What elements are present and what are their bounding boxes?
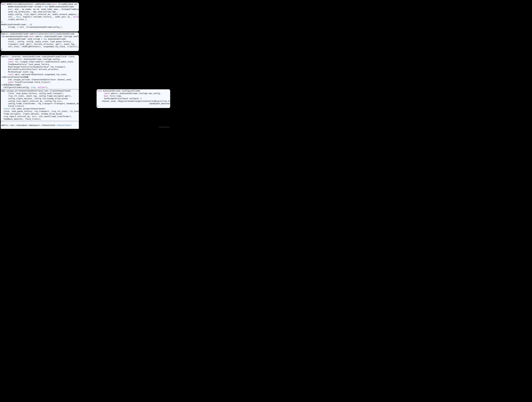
code-token: //由CreateChannelSend创建 xyxy=(1,76,29,78)
code-token: WebRtcAudioSendStream( xyxy=(48,6,74,8)
code-token: WebRtcVoiceMediaChannel::AddSendStream( xyxy=(6,3,51,5)
code-token xyxy=(1,58,8,60)
code-token: AudioSendStream xyxy=(57,33,74,35)
code-token: config.rtcp_report_interval_ms, config.r… xyxy=(1,100,63,102)
code-token: rtcp_rtt_stats, event_log, config.frame_… xyxy=(1,95,72,97)
code-token xyxy=(97,95,104,97)
code-token: webrtc::AudioSendStream::Config& new_con… xyxy=(110,92,161,94)
code-token: frame_encryptor, crypto_options, extmap_… xyxy=(1,113,63,115)
code-token: field_trials){ xyxy=(1,105,24,107)
code-token: WebRtcAudioSendStream(...){ xyxy=(1,23,32,26)
code-token: //这里启动pacing接入 xyxy=(1,84,22,86)
code-token: feedback_observer, field_trials); xyxy=(1,118,41,120)
code-token: crypto_options_); xyxy=(1,18,27,20)
code-box-configure-stream: void AudioSendStream::ConfigureStream( c… xyxy=(96,89,170,108)
code-box-add-send-stream: bool WebRtcVoiceMediaChannel::AddSendStr… xyxy=(0,2,79,32)
code-token: :: xyxy=(48,33,50,35)
code-token: const xyxy=(8,73,14,76)
code-token: rtc::scoped_refptr<webrtc::AudioState>& … xyxy=(14,61,74,63)
code-token: TaskQueueFactory* task_queue_factory, xyxy=(1,63,50,65)
code-token: return xyxy=(4,108,10,110)
code-token: webrtc::AudioSendStream::Config& config, xyxy=(14,58,61,60)
code-token: transport_send_.get(), bitrate_allocator… xyxy=(1,43,76,45)
code-token: AudioSendStream( xyxy=(47,38,66,40)
code-token: std::make_unique<ChannelSend>( xyxy=(10,108,46,110)
code-token: new xyxy=(44,38,47,40)
diagram-canvas: bool WebRtcVoiceMediaChannel::AddSendStr… xyxy=(0,0,171,129)
code-token: first_time, xyxy=(108,95,122,97)
code-token: webrtc::voe::(anonymous namespace)::Chan… xyxy=(1,124,57,126)
code-token xyxy=(1,108,4,110)
code-token: voe::CreateChannelSend( xyxy=(44,90,71,92)
code-token xyxy=(97,92,104,94)
code-token: RtcEventLog* event_log, xyxy=(1,71,34,73)
code-token: const xyxy=(8,58,14,60)
code-token: clock_, config, config_.audio_state, tas… xyxy=(1,40,73,43)
watermark: CSDN Weishang xyxy=(159,126,170,128)
code-token: new xyxy=(44,6,48,8)
code-token: WebRtcAudioSendStream* stream = xyxy=(1,6,44,8)
code-token: :: xyxy=(1,35,4,38)
code-token: webrtc::AudioSendStream xyxy=(1,33,27,35)
code-token: bool xyxy=(1,3,6,5)
code-token: AudioSendStream::ConfigureStream( xyxy=(102,90,140,92)
code-token: bool xyxy=(104,95,109,97)
code-token: nullptr xyxy=(73,16,79,18)
code-token: clock, task_queue_factory, config.send_t… xyxy=(1,92,64,94)
code-token: stream_ = call_->CreateAudioSendStream(c… xyxy=(1,26,63,28)
code-token: const xyxy=(8,61,14,63)
code-token xyxy=(1,61,8,63)
code-token: true xyxy=(31,86,35,88)
code-token: const xyxy=(51,3,57,5)
code-token: , xyxy=(35,86,38,88)
code-token: call_stats_->AsRtcpRttStats(), suspended… xyxy=(1,45,79,48)
code-token: } xyxy=(1,29,2,31)
code-token: AudioSendStream* send_stream = xyxy=(1,38,44,40)
code-token: } xyxy=(1,21,2,23)
code-token: clock, task_queue_factory, rtp_transport… xyxy=(1,110,79,112)
code-token: , engine()->encoder_factory_, codec_pair… xyxy=(20,16,73,18)
code-token: config.frame_transformer, rtp_transport-… xyxy=(1,103,79,105)
code-token: internal xyxy=(39,33,48,35)
code-token: audio_config_.rtcp_report_interval_ms, a… xyxy=(1,13,79,15)
code-token: const xyxy=(8,81,14,83)
code-box-audio-send-stream-ctor: webrtc:: internal::AudioSendStream::Audi… xyxy=(0,55,79,94)
code-token: webrtc xyxy=(29,33,37,35)
code-token: webrtc::AudioSendStream::Config& config)… xyxy=(34,35,79,38)
code-token: } xyxy=(1,48,2,50)
code-token: ChannelSend() xyxy=(57,124,72,126)
code-token: this xyxy=(16,16,21,18)
code-token: std xyxy=(1,90,5,92)
code-token: void xyxy=(97,90,102,92)
code-token xyxy=(1,73,8,76)
code-box-create-audio-send-stream: webrtc::AudioSendStream* webrtc::interna… xyxy=(0,32,79,51)
code-token: CreateAudioSendStream( xyxy=(4,35,29,38)
code-token: webrtc:: internal::AudioSendStream::Audi… xyxy=(1,56,75,58)
code-token xyxy=(1,81,8,83)
code-token: :: xyxy=(55,33,57,35)
code-token: absl::optional<RtpState>& suspended_rtp_… xyxy=(14,73,67,76)
code-token: call_, xyxy=(1,16,16,18)
code-token: SetParametersCallback callback) { xyxy=(97,97,142,100)
code-token: ConfigureStream(config, xyxy=(1,86,31,88)
code-token: channel_send_->RegisterSenderCongestionC… xyxy=(97,100,170,102)
code-token: ::unique_ptr<ChannelSendInterface> xyxy=(5,90,44,92)
code-token: FieldTrialsView& field_trials){ xyxy=(14,81,50,83)
code-token: } xyxy=(97,105,98,107)
code-token: config.crypto_options, config.rtp.extmap… xyxy=(1,97,69,100)
code-token: ); xyxy=(46,86,48,88)
code-token: Call xyxy=(50,33,55,35)
code-token: send_rtp_extensions_, max_send_bitrate_b… xyxy=(1,11,58,13)
code-token: ssrc, mid_, sp.cname, sp.id, send_codec_… xyxy=(1,8,79,10)
code-token: RtpTransportControllerSendInterface* rtp… xyxy=(1,66,66,68)
code-box-create-channel-send: std::unique_ptr<ChannelSendInterface> vo… xyxy=(0,89,79,123)
code-token: :: xyxy=(37,33,39,35)
code-box-channel-send-ctor: webrtc::voe::(anonymous namespace)::Chan… xyxy=(0,121,79,129)
code-token: bandwidth_observer); xyxy=(97,103,170,105)
code-token: std::unique_ptr<voe::ChannelSendInterfac… xyxy=(1,78,72,81)
code-token: const xyxy=(29,35,34,38)
code-token: nullptr xyxy=(38,86,46,88)
code-token xyxy=(1,127,2,129)
code-token: StreamParams& sp) { xyxy=(57,3,79,5)
code-token: BitrateAllocatorInterface* bitrate_alloc… xyxy=(1,68,59,70)
